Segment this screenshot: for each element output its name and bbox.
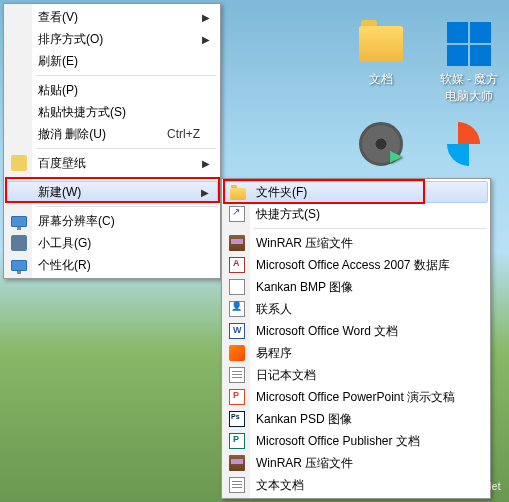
submenu-arrow-icon: ▶ — [201, 187, 209, 198]
gadget-icon — [11, 235, 27, 251]
windows-icon — [445, 20, 493, 68]
menu-item-label: 撤消 删除(U) — [38, 126, 106, 143]
ppt-icon — [229, 389, 245, 405]
desktop-icons-row-2 — [346, 120, 504, 171]
pub-icon — [229, 433, 245, 449]
menu-item-label: 百度壁纸 — [38, 155, 86, 172]
menu-separator — [254, 228, 486, 229]
desktop-icon-ruanmei[interactable]: 软媒 - 魔方 电脑大师 — [434, 20, 504, 105]
new-submenu: 文件夹(F)快捷方式(S)WinRAR 压缩文件Microsoft Office… — [221, 178, 491, 499]
new-submenu-item[interactable]: Microsoft Office Access 2007 数据库 — [224, 254, 488, 276]
folder-icon — [357, 20, 405, 68]
new-submenu-item[interactable]: WinRAR 压缩文件 — [224, 232, 488, 254]
context-menu-item[interactable]: 撤消 删除(U)Ctrl+Z — [6, 123, 218, 145]
kankan-icon — [229, 345, 245, 361]
menu-separator — [36, 148, 216, 149]
menu-item-label: 文本文档 — [256, 477, 304, 494]
new-submenu-item[interactable]: 文件夹(F) — [224, 181, 488, 203]
context-menu-item[interactable]: 小工具(G) — [6, 232, 218, 254]
submenu-arrow-icon: ▶ — [202, 34, 210, 45]
context-menu-item[interactable]: 粘贴快捷方式(S) — [6, 101, 218, 123]
new-submenu-item[interactable]: Microsoft Office Publisher 文档 — [224, 430, 488, 452]
menu-item-label: Microsoft Office Publisher 文档 — [256, 433, 420, 450]
menu-item-label: Microsoft Office PowerPoint 演示文稿 — [256, 389, 455, 406]
menu-separator — [36, 206, 216, 207]
microsoft-flag-icon — [445, 120, 493, 168]
film-reel-icon — [357, 120, 405, 168]
desktop-icon-documents[interactable]: 文档 — [346, 20, 416, 105]
bmp-icon — [229, 279, 245, 295]
new-submenu-item[interactable]: 联系人 — [224, 298, 488, 320]
menu-item-label: 粘贴(P) — [38, 82, 78, 99]
psd-icon — [229, 411, 245, 427]
context-menu-item[interactable]: 粘贴(P) — [6, 79, 218, 101]
menu-item-label: Microsoft Office Word 文档 — [256, 323, 398, 340]
menu-separator — [36, 177, 216, 178]
new-submenu-item[interactable]: 快捷方式(S) — [224, 203, 488, 225]
new-submenu-item[interactable]: 日记本文档 — [224, 364, 488, 386]
context-menu-item[interactable]: 屏幕分辨率(C) — [6, 210, 218, 232]
desktop-icons-row: 文档 软媒 - 魔方 电脑大师 — [346, 20, 504, 105]
menu-item-label: 文件夹(F) — [256, 184, 307, 201]
display-icon — [11, 257, 27, 273]
desktop-context-menu: 查看(V)▶排序方式(O)▶刷新(E)粘贴(P)粘贴快捷方式(S)撤消 删除(U… — [3, 3, 221, 279]
menu-item-label: Kankan PSD 图像 — [256, 411, 352, 428]
context-menu-item[interactable]: 新建(W)▶ — [6, 181, 218, 203]
menu-item-label: 排序方式(O) — [38, 31, 103, 48]
menu-item-label: WinRAR 压缩文件 — [256, 235, 353, 252]
new-submenu-item[interactable]: Microsoft Office PowerPoint 演示文稿 — [224, 386, 488, 408]
menu-item-label: 易程序 — [256, 345, 292, 362]
context-menu-item[interactable]: 刷新(E) — [6, 50, 218, 72]
folder-icon — [230, 184, 246, 200]
bz-icon — [11, 155, 27, 171]
txt-icon — [229, 367, 245, 383]
menu-item-shortcut: Ctrl+Z — [167, 127, 200, 141]
rar-icon — [229, 455, 245, 471]
menu-item-label: 新建(W) — [38, 184, 81, 201]
menu-item-label: 查看(V) — [38, 9, 78, 26]
context-menu-item[interactable]: 个性化(R) — [6, 254, 218, 276]
context-menu-item[interactable]: 排序方式(O)▶ — [6, 28, 218, 50]
menu-item-label: 联系人 — [256, 301, 292, 318]
context-menu-item[interactable]: 百度壁纸▶ — [6, 152, 218, 174]
desktop-icon-label: 文档 — [369, 71, 393, 88]
context-menu-item[interactable]: 查看(V)▶ — [6, 6, 218, 28]
menu-separator — [36, 75, 216, 76]
menu-item-label: 刷新(E) — [38, 53, 78, 70]
new-submenu-item[interactable]: Kankan BMP 图像 — [224, 276, 488, 298]
desktop-icon-label: 软媒 - 魔方 电脑大师 — [440, 71, 499, 105]
menu-item-label: Kankan BMP 图像 — [256, 279, 353, 296]
new-submenu-item[interactable]: Microsoft Office Word 文档 — [224, 320, 488, 342]
desktop-icon-media[interactable] — [346, 120, 416, 171]
menu-item-label: Microsoft Office Access 2007 数据库 — [256, 257, 450, 274]
txt-icon — [229, 477, 245, 493]
menu-item-label: 日记本文档 — [256, 367, 316, 384]
watermark-url: XiTongZhiJia.Net — [417, 481, 501, 492]
display-icon — [11, 213, 27, 229]
link-icon — [229, 206, 245, 222]
submenu-arrow-icon: ▶ — [202, 158, 210, 169]
watermark: ⌂ 系统之家 XiTongZhiJia.Net — [375, 460, 501, 496]
menu-item-label: 快捷方式(S) — [256, 206, 320, 223]
access-icon — [229, 257, 245, 273]
rar-icon — [229, 235, 245, 251]
submenu-arrow-icon: ▶ — [202, 12, 210, 23]
watermark-text: 系统之家 XiTongZhiJia.Net — [417, 464, 501, 493]
desktop-icon-ms[interactable] — [434, 120, 504, 171]
menu-item-label: 粘贴快捷方式(S) — [38, 104, 126, 121]
new-submenu-item[interactable]: Kankan PSD 图像 — [224, 408, 488, 430]
doc-icon — [229, 323, 245, 339]
menu-item-label: 小工具(G) — [38, 235, 91, 252]
watermark-logo-icon: ⌂ — [375, 460, 411, 496]
menu-item-label: WinRAR 压缩文件 — [256, 455, 353, 472]
new-submenu-item[interactable]: 易程序 — [224, 342, 488, 364]
menu-item-label: 屏幕分辨率(C) — [38, 213, 115, 230]
contact-icon — [229, 301, 245, 317]
menu-item-label: 个性化(R) — [38, 257, 91, 274]
watermark-title: 系统之家 — [417, 464, 501, 482]
